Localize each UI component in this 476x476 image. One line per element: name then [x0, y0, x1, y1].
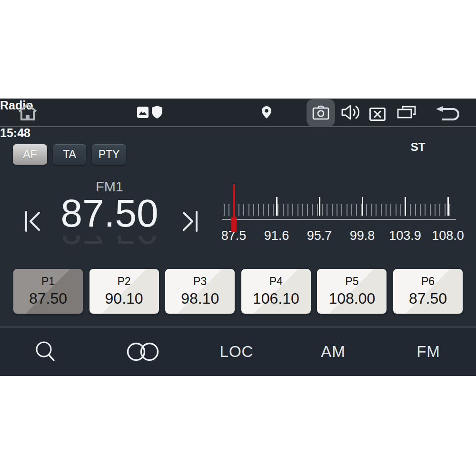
scale-tick-minor — [312, 204, 313, 216]
preset-label: P4 — [269, 275, 283, 288]
scale-tick-minor — [263, 204, 264, 216]
am-band-button[interactable]: AM — [307, 327, 359, 376]
scale-label: 91.6 — [250, 228, 303, 243]
scale-tick-minor — [258, 204, 259, 216]
scale-tick-minor — [415, 204, 416, 216]
tuning-needle — [233, 184, 235, 220]
scale-tick-minor — [420, 204, 421, 216]
scale-tick-minor — [351, 204, 352, 216]
preset-button-p6[interactable]: P687.50 — [393, 269, 463, 314]
scale-label: 95.7 — [293, 228, 346, 243]
scale-tick-minor — [307, 204, 308, 216]
back-button[interactable] — [434, 105, 462, 121]
photo-notification-icon — [137, 107, 149, 118]
scale-tick-minor — [288, 204, 288, 216]
scale-label: 108.0 — [422, 228, 474, 243]
seek-next-button[interactable] — [179, 207, 200, 236]
scale-tick-minor — [356, 204, 357, 216]
scale-tick-minor — [238, 204, 239, 216]
tuning-needle-base — [231, 217, 237, 232]
scale-tick-minor — [317, 204, 318, 216]
loc-button[interactable]: LOC — [208, 327, 265, 376]
camera-icon — [312, 106, 329, 120]
shield-notification-icon — [152, 106, 162, 119]
home-icon — [18, 104, 38, 121]
home-button[interactable] — [14, 99, 41, 126]
scale-tick-minor — [347, 204, 347, 216]
preset-label: P5 — [345, 275, 358, 288]
scale-tick-minor — [337, 204, 337, 216]
scale-tick-minor — [273, 204, 274, 216]
scale-tick-minor — [341, 204, 342, 216]
scale-tick-major — [319, 197, 320, 216]
search-icon — [35, 341, 56, 363]
scale-tick-minor — [430, 204, 431, 216]
close-box-icon — [369, 108, 386, 121]
recent-apps-icon — [397, 105, 416, 120]
seek-next-icon — [180, 208, 199, 235]
preset-label: P3 — [193, 275, 207, 288]
scale-tick-minor — [449, 204, 450, 216]
seek-previous-icon — [24, 208, 43, 235]
preset-frequency: 87.50 — [409, 290, 447, 307]
scale-tick-minor — [390, 204, 391, 216]
scale-baseline — [222, 219, 456, 220]
scale-tick-minor — [400, 204, 401, 216]
scale-tick-minor — [224, 204, 225, 216]
preset-button-p4[interactable]: P4106.10 — [241, 269, 311, 314]
scale-tick-minor — [386, 204, 387, 216]
scale-tick-major — [447, 197, 449, 216]
preset-button-p2[interactable]: P290.10 — [89, 269, 159, 314]
am-label: AM — [321, 343, 346, 361]
scale-tick-minor — [425, 204, 426, 216]
af-label: AF — [23, 148, 37, 161]
scale-tick-major — [405, 197, 406, 216]
back-arrow-icon — [435, 106, 461, 121]
preset-button-p5[interactable]: P5108.00 — [317, 269, 387, 314]
scale-tick-minor — [248, 204, 249, 216]
preset-label: P1 — [41, 275, 55, 288]
preset-button-p3[interactable]: P398.10 — [165, 269, 235, 314]
pty-label: PTY — [99, 148, 120, 161]
scale-tick-minor — [366, 204, 367, 216]
scale-tick-minor — [376, 204, 377, 216]
scale-label: 87.5 — [208, 228, 260, 243]
bottom-bar: LOC AM FM — [0, 327, 476, 376]
preset-frequency: 87.50 — [29, 290, 67, 307]
ta-toggle-button[interactable]: TA — [53, 144, 86, 165]
scale-tick-minor — [381, 204, 382, 216]
seek-previous-button[interactable] — [23, 207, 44, 236]
scale-tick-minor — [302, 204, 303, 216]
screenshot-button[interactable] — [307, 99, 335, 127]
preset-scan-button[interactable] — [119, 327, 167, 376]
scale-tick-minor — [253, 204, 254, 216]
scale-tick-minor — [292, 204, 293, 216]
fm-band-button[interactable]: FM — [402, 327, 455, 376]
scale-label: 99.8 — [336, 228, 388, 243]
scale-tick-minor — [361, 204, 362, 216]
speaker-icon — [341, 104, 361, 120]
scale-tick-minor — [278, 204, 278, 216]
scale-tick-minor — [332, 204, 333, 216]
loc-label: LOC — [220, 343, 254, 361]
scale-tick-minor — [439, 204, 440, 216]
search-scan-button[interactable] — [26, 327, 64, 376]
ta-label: TA — [63, 148, 76, 161]
pty-toggle-button[interactable]: PTY — [92, 144, 126, 165]
status-bar: Radio 15:48 — [0, 99, 476, 127]
scale-tick-minor — [283, 204, 284, 216]
car-radio-screen: Radio 15:48 — [0, 0, 476, 476]
recent-apps-button[interactable] — [396, 104, 417, 121]
af-toggle-button[interactable]: AF — [13, 144, 47, 165]
scale-tick-minor — [228, 204, 229, 216]
fm-label: FM — [416, 343, 440, 361]
scale-tick-minor — [435, 204, 436, 216]
scale-tick-minor — [327, 204, 327, 216]
volume-button[interactable] — [340, 103, 363, 121]
preset-frequency: 106.10 — [253, 290, 299, 307]
scale-tick-minor — [405, 204, 406, 216]
preset-button-p1[interactable]: P187.50 — [13, 269, 83, 314]
close-app-button[interactable] — [368, 107, 387, 121]
radio-app-panel: Radio 15:48 — [0, 99, 476, 376]
scale-tick-minor — [396, 204, 397, 216]
